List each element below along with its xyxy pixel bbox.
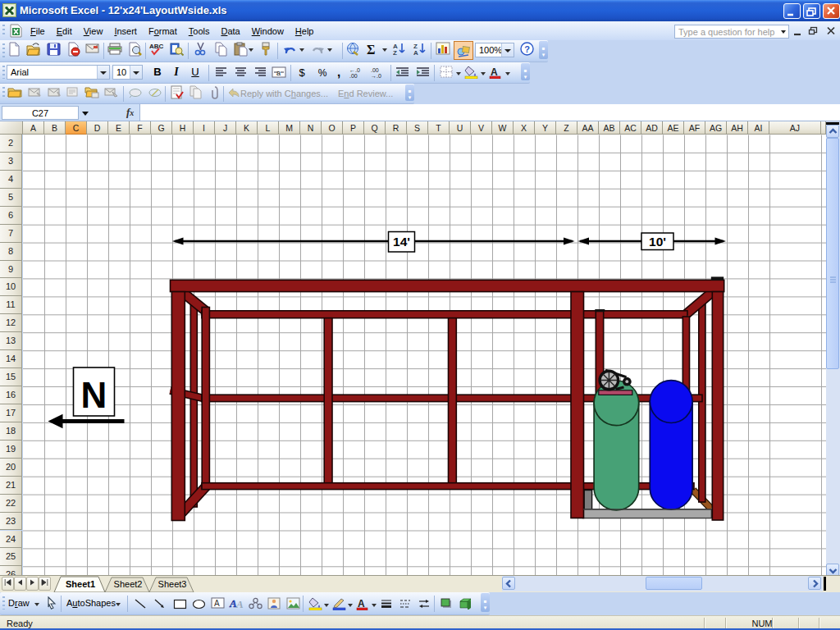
svg-text:A: A xyxy=(235,598,244,609)
svg-text:Σ: Σ xyxy=(367,43,375,57)
svg-text:?: ? xyxy=(524,44,530,54)
svg-text:Z: Z xyxy=(393,49,397,56)
svg-text:14': 14' xyxy=(393,235,410,249)
svg-text:←.0: ←.0 xyxy=(349,67,360,73)
svg-text:ABC: ABC xyxy=(149,43,164,50)
svg-text:A: A xyxy=(214,599,220,608)
svg-text:N: N xyxy=(81,375,107,415)
svg-text:a: a xyxy=(276,69,281,77)
svg-text:.00: .00 xyxy=(349,73,358,79)
svg-text:Sheet3: Sheet3 xyxy=(158,579,187,589)
svg-text:A: A xyxy=(413,49,418,56)
svg-text:10': 10' xyxy=(649,235,666,249)
svg-text:Sheet2: Sheet2 xyxy=(114,579,143,589)
svg-text:Sheet1: Sheet1 xyxy=(66,579,95,589)
svg-text:→.0: →.0 xyxy=(371,73,381,79)
svg-text:.00: .00 xyxy=(371,67,379,73)
